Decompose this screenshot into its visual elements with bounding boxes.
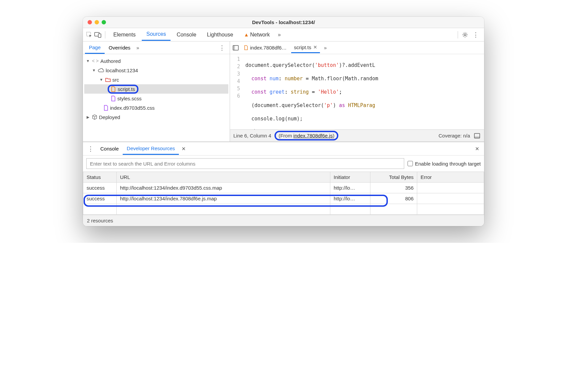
cell-error (417, 183, 484, 193)
warning-icon: ▲ (244, 32, 249, 37)
disclosure-triangle-icon[interactable]: ▼ (99, 78, 104, 82)
main-toolbar: Elements Sources Console Lighthouse ▲Net… (83, 28, 484, 41)
cell-initiator: http://lo… (330, 193, 370, 204)
cell-url: http://localhost:1234/index.d9703d55.css… (117, 183, 330, 193)
gear-icon[interactable] (461, 31, 469, 38)
code-token: 'p' (324, 102, 333, 108)
line-gutter: 123456 (230, 54, 243, 129)
cell-initiator: http://lo… (330, 183, 370, 193)
file-icon (244, 45, 248, 50)
close-tab-icon[interactable]: ✕ (179, 144, 189, 153)
tab-console[interactable]: Console (172, 29, 201, 40)
code-token: string (291, 89, 309, 95)
from-label: (From (278, 133, 293, 138)
tab-sources[interactable]: Sources (142, 28, 171, 41)
code-editor[interactable]: 123456 document.querySelector('button')?… (230, 54, 484, 129)
checkbox-icon[interactable] (408, 161, 413, 166)
code-token: ; (339, 89, 342, 95)
more-tabs-button[interactable]: » (276, 30, 283, 40)
tree-host[interactable]: ▼ localhost:1234 (84, 66, 228, 75)
table-row[interactable]: success http://localhost:1234/index.7808… (83, 193, 484, 204)
editor-tab-index[interactable]: index.7808df6… (241, 43, 289, 53)
cell-bytes: 356 (370, 183, 417, 193)
minimize-window-button[interactable] (95, 20, 99, 24)
disclosure-triangle-icon[interactable]: ▶ (86, 115, 90, 119)
code-token: Math.floor(Math.random (312, 76, 378, 82)
close-window-button[interactable] (88, 20, 92, 24)
tree-file-index-css[interactable]: index.d9703d55.css (84, 103, 228, 112)
tree-authored[interactable]: ▼ < > Authored (84, 56, 228, 66)
tab-elements[interactable]: Elements (109, 29, 140, 40)
nav-tab-page[interactable]: Page (85, 42, 105, 54)
device-toolbar-icon[interactable] (94, 31, 102, 38)
code-token: number (285, 76, 303, 82)
nav-kebab-button[interactable]: ⋮ (216, 43, 228, 53)
tree-file-styles-scss[interactable]: styles.scss (84, 94, 228, 103)
code-content[interactable]: document.querySelector('button')?.addEve… (243, 54, 484, 129)
editor-status-bar: Line 6, Column 4 (From index.7808df6e.js… (230, 129, 484, 141)
tree-folder-src[interactable]: ▼ src (84, 75, 228, 84)
tab-network-label: Network (250, 32, 270, 37)
editor-tab-label: index.7808df6… (250, 45, 287, 51)
drawer-tab-developer-resources[interactable]: Developer Resources (123, 143, 179, 155)
code-token: = (309, 89, 318, 95)
devtools-window: DevTools - localhost:1234/ Elements Sour… (83, 17, 484, 226)
tree-file-script-ts[interactable]: script.ts (84, 84, 228, 94)
kebab-menu-button[interactable]: ⋮ (470, 30, 481, 40)
col-error[interactable]: Error (417, 172, 484, 183)
code-token: : (278, 76, 285, 82)
code-token: ) (333, 102, 339, 108)
fullscreen-window-button[interactable] (102, 20, 106, 24)
sourcemap-origin[interactable]: (From index.7808df6e.js) (274, 131, 338, 140)
tab-lighthouse[interactable]: Lighthouse (202, 29, 238, 40)
tree-label: localhost:1234 (106, 68, 138, 73)
cell-error (417, 193, 484, 204)
col-url[interactable]: URL (117, 172, 330, 183)
code-token: 'Hello' (318, 89, 339, 95)
resources-table: Status URL Initiator Total Bytes Error s… (83, 172, 484, 215)
code-token: (document.querySelector( (251, 102, 324, 108)
close-drawer-icon[interactable]: ✕ (472, 144, 482, 153)
col-total-bytes[interactable]: Total Bytes (370, 172, 417, 183)
resources-table-wrap: Status URL Initiator Total Bytes Error s… (83, 172, 484, 215)
nav-more-tabs[interactable]: » (134, 43, 141, 53)
box-icon (92, 114, 97, 120)
close-tab-icon[interactable]: ✕ (313, 44, 317, 50)
col-initiator[interactable]: Initiator (330, 172, 370, 183)
code-token: greet (269, 89, 285, 95)
code-token: .querySelector( (269, 62, 315, 68)
table-row[interactable]: success http://localhost:1234/index.d970… (83, 183, 484, 193)
code-token: document (245, 62, 269, 68)
editor-more-tabs[interactable]: » (322, 43, 329, 53)
editor-tab-label: script.ts (294, 44, 311, 50)
editor-tab-script[interactable]: script.ts ✕ (291, 42, 320, 53)
drawer-tab-console[interactable]: Console (96, 143, 123, 154)
inspect-element-icon[interactable] (86, 31, 93, 38)
code-token (345, 102, 348, 108)
code-token: as (339, 102, 345, 108)
code-token: )?.addEventL (339, 62, 375, 68)
sidebar-toggle-icon[interactable] (473, 132, 481, 139)
search-input[interactable] (86, 158, 404, 169)
tab-network[interactable]: ▲Network (239, 29, 274, 40)
resource-count: 2 resources (87, 218, 113, 223)
window-title: DevTools - localhost:1234/ (83, 19, 484, 25)
tree-deployed[interactable]: ▶ Deployed (84, 112, 228, 122)
drawer-footer: 2 resources (83, 215, 484, 226)
enable-loading-checkbox[interactable]: Enable loading through target (408, 161, 481, 167)
file-icon (111, 96, 116, 101)
folder-icon (105, 78, 111, 82)
code-token: = (303, 76, 312, 82)
col-status[interactable]: Status (83, 172, 117, 183)
code-token (245, 89, 251, 95)
table-row-empty (83, 204, 484, 215)
disclosure-triangle-icon[interactable]: ▼ (92, 68, 96, 72)
code-token: 'button' (315, 62, 339, 68)
disclosure-triangle-icon[interactable]: ▼ (86, 59, 90, 63)
sources-main: Page Overrides » ⋮ ▼ < > Authored ▼ loca… (83, 41, 484, 142)
from-file-link[interactable]: index.7808df6e.js (294, 133, 333, 138)
nav-tab-overrides[interactable]: Overrides (105, 42, 134, 53)
toggle-navigator-icon[interactable] (232, 44, 239, 52)
editor-tabs: index.7808df6… script.ts ✕ » (230, 41, 484, 54)
drawer-kebab-button[interactable]: ⋮ (85, 144, 96, 154)
